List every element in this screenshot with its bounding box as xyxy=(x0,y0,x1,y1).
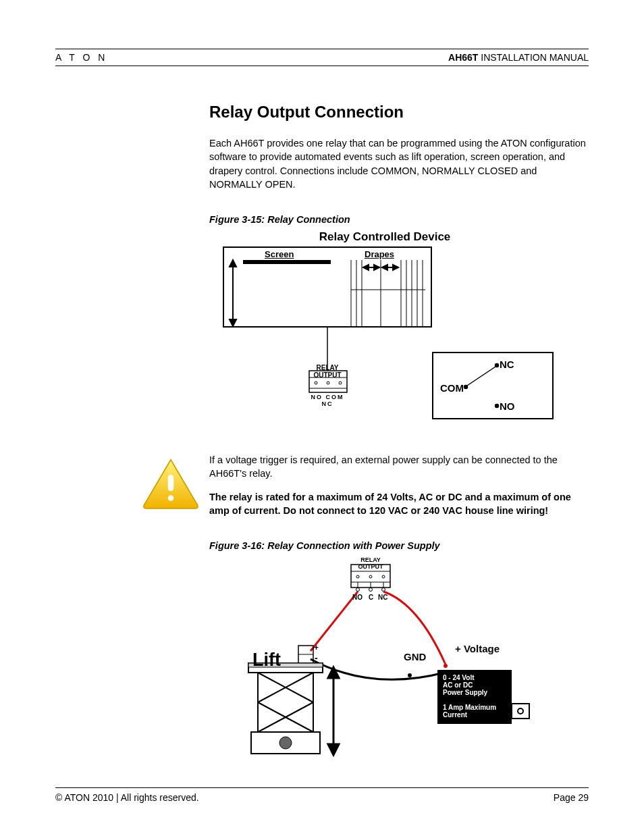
fig16-ps-line5: Current xyxy=(443,711,467,719)
section-heading: Relay Output Connection xyxy=(209,103,589,122)
svg-point-25 xyxy=(327,382,329,384)
svg-point-27 xyxy=(464,386,468,389)
fig16-nc-label: NC xyxy=(378,594,387,601)
fig16-relay-output-label: RELAY OUTPUT xyxy=(348,556,393,570)
svg-marker-18 xyxy=(382,265,387,270)
footer-copyright: © ATON 2010 | All rights reserved. xyxy=(55,792,199,803)
svg-point-43 xyxy=(369,588,373,592)
svg-point-26 xyxy=(339,382,342,384)
svg-point-45 xyxy=(408,673,412,677)
figure-3-15-caption: Figure 3-15: Relay Connection xyxy=(209,214,589,225)
fig16-c-label: C xyxy=(369,594,373,601)
svg-point-44 xyxy=(382,588,385,592)
fig16-voltage-label: + Voltage xyxy=(455,643,500,654)
intro-paragraph: Each AH66T provides one relay that can b… xyxy=(209,136,589,191)
fig16-ps-line4: 1 Amp Maximum xyxy=(443,704,496,711)
svg-point-36 xyxy=(356,575,359,578)
warning-text-block: If a voltage trigger is required, an ext… xyxy=(209,453,589,517)
svg-point-38 xyxy=(382,575,385,578)
svg-rect-32 xyxy=(168,475,174,491)
warning-intro: If a voltage trigger is required, an ext… xyxy=(209,453,589,481)
page-footer: © ATON 2010 | All rights reserved. Page … xyxy=(55,787,589,803)
svg-marker-12 xyxy=(230,260,236,267)
header-top-rule xyxy=(55,49,589,49)
fig16-ps-line1: 0 - 24 Volt xyxy=(443,674,475,681)
figure-3-16-caption: Figure 3-16: Relay Connection with Power… xyxy=(209,540,589,551)
footer-page-number: Page 29 xyxy=(554,792,589,803)
fig16-plus-label: + xyxy=(314,643,319,652)
fig15-diagram-svg xyxy=(209,230,560,426)
fig16-lift-label: Lift xyxy=(252,650,281,671)
header-manual-title: AH66T INSTALLATION MANUAL xyxy=(448,52,589,63)
svg-marker-16 xyxy=(374,265,379,270)
header-subtitle: INSTALLATION MANUAL xyxy=(478,52,589,63)
fig16-no-label: NO xyxy=(352,594,363,601)
svg-point-24 xyxy=(315,382,317,384)
svg-point-56 xyxy=(279,737,292,749)
fig16-gnd-label: GND xyxy=(404,651,426,662)
warning-row: If a voltage trigger is required, an ext… xyxy=(142,453,589,517)
svg-rect-61 xyxy=(512,704,529,719)
header-model: AH66T xyxy=(448,52,478,63)
svg-point-29 xyxy=(495,405,499,408)
warning-icon xyxy=(142,457,200,513)
svg-rect-50 xyxy=(258,673,313,732)
main-content: Relay Output Connection Each AH66T provi… xyxy=(209,103,589,759)
warning-bold: The relay is rated for a maximum of 24 V… xyxy=(209,490,589,518)
svg-rect-0 xyxy=(243,260,331,264)
svg-marker-13 xyxy=(230,319,236,326)
svg-point-42 xyxy=(356,588,360,592)
svg-marker-19 xyxy=(393,265,398,270)
svg-point-31 xyxy=(168,495,174,501)
fig16-ps-line2: AC or DC xyxy=(443,681,473,689)
fig16-ps-line3: Power Supply xyxy=(443,689,487,696)
svg-point-63 xyxy=(444,664,448,668)
figure-3-15: Relay Controlled Device Screen Drapes RE… xyxy=(209,230,560,426)
svg-point-28 xyxy=(495,364,499,367)
header-brand: A T O N xyxy=(55,52,107,63)
figure-3-16: RELAY OUTPUT NO C NC Lift + - GND + Volt… xyxy=(223,556,533,759)
page-header: A T O N AH66T INSTALLATION MANUAL xyxy=(55,52,589,66)
svg-marker-15 xyxy=(363,265,369,270)
fig16-minus-label: - xyxy=(315,652,318,663)
svg-point-37 xyxy=(369,575,372,578)
svg-line-30 xyxy=(467,367,495,386)
svg-marker-59 xyxy=(328,744,339,755)
